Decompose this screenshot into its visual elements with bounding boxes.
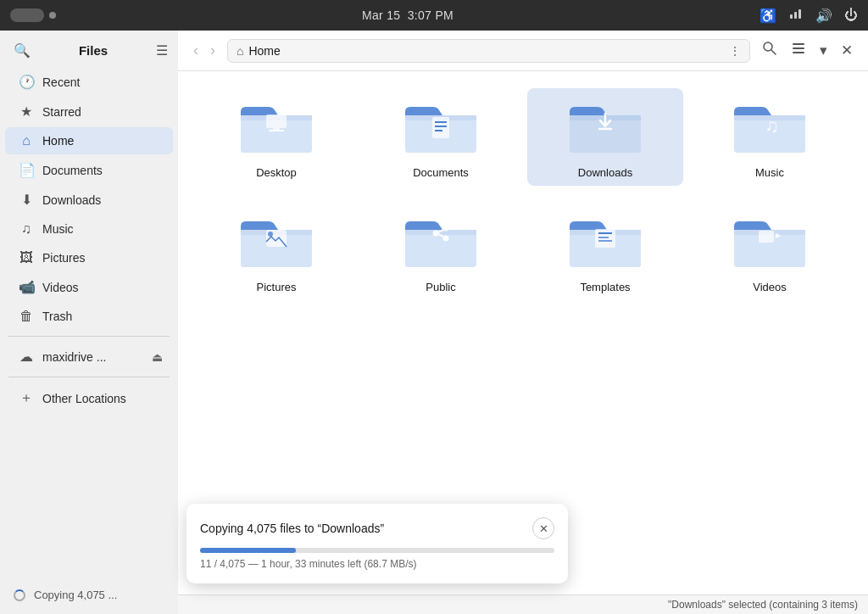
volume-icon[interactable]: 🔊 (815, 8, 832, 24)
home-icon: ⌂ (19, 133, 34, 148)
location-text: Home (248, 44, 724, 58)
folder-item-downloads[interactable]: Downloads (527, 88, 683, 186)
svg-rect-1 (794, 12, 797, 19)
copy-progress-bar (200, 548, 296, 553)
location-menu-icon[interactable]: ⋮ (729, 44, 741, 58)
documents-icon: 📄 (19, 162, 34, 178)
sidebar-item-label-music: Music (42, 222, 74, 236)
topbar-left (10, 8, 56, 22)
topbar: Mar 15 3:07 PM ♿ 🔊 ⏻ (0, 0, 868, 31)
svg-point-20 (443, 226, 449, 232)
folder-item-documents[interactable]: Documents (363, 88, 519, 186)
sidebar-item-maxidrive[interactable]: ☁ maxidrive ... ⏏ (5, 343, 173, 371)
svg-rect-8 (266, 114, 287, 128)
sidebar-item-label-pictures: Pictures (42, 251, 86, 265)
toolbar-nav: ‹ › (188, 38, 220, 63)
svg-line-4 (771, 50, 776, 54)
accessibility-icon[interactable]: ♿ (760, 8, 776, 24)
sidebar-divider (8, 336, 170, 337)
sidebar-item-documents[interactable]: 📄 Documents (5, 156, 173, 184)
search-location-button[interactable] (757, 37, 782, 64)
sidebar-divider-2 (8, 377, 170, 377)
location-home-icon: ⌂ (236, 44, 243, 58)
sidebar-item-videos[interactable]: 📹 Videos (5, 273, 173, 301)
network-icon[interactable] (788, 6, 804, 25)
folder-label-downloads: Downloads (578, 166, 632, 179)
sidebar-item-other-locations[interactable]: ＋ Other Locations (5, 383, 173, 413)
folder-icon-music: ♫ (729, 95, 810, 159)
folder-item-desktop[interactable]: Desktop (198, 88, 354, 186)
sidebar-item-downloads[interactable]: ⬇ Downloads (5, 186, 173, 214)
eject-icon[interactable]: ⏏ (152, 350, 163, 364)
sidebar-copying-label: Copying 4,075 ... (34, 589, 117, 601)
sidebar: 🔍 Files ☰ 🕐 Recent ★ Starred ⌂ Home 📄 Do… (0, 31, 178, 614)
folder-icon-downloads (565, 95, 646, 159)
folder-item-templates[interactable]: Templates (527, 203, 683, 300)
svg-rect-11 (432, 117, 449, 138)
sidebar-item-label-trash: Trash (42, 310, 72, 323)
search-icon[interactable]: 🔍 (14, 42, 31, 59)
downloads-icon: ⬇ (19, 192, 34, 208)
trash-icon: 🗑 (19, 309, 34, 324)
sidebar-item-recent[interactable]: 🕐 Recent (5, 68, 173, 96)
svg-rect-7 (793, 52, 804, 53)
svg-rect-28 (759, 231, 774, 243)
folder-label-desktop: Desktop (256, 166, 297, 179)
sidebar-item-trash[interactable]: 🗑 Trash (5, 303, 173, 330)
folder-item-videos[interactable]: Videos (692, 203, 848, 300)
svg-point-19 (433, 231, 439, 237)
statusbar: "Downloads" selected (containing 3 items… (178, 594, 868, 614)
folder-label-public: Public (426, 281, 455, 293)
sidebar-menu-icon[interactable]: ☰ (156, 42, 168, 59)
sidebar-item-label-documents: Documents (42, 164, 103, 177)
sidebar-item-music[interactable]: ♫ Music (5, 215, 173, 243)
sidebar-header: 🔍 Files ☰ (0, 37, 178, 67)
copy-notification-status: 11 / 4,075 — 1 hour, 33 minutes left (68… (200, 558, 554, 570)
folder-item-music[interactable]: ♫ Music (692, 88, 848, 186)
svg-point-21 (443, 236, 449, 242)
location-bar[interactable]: ⌂ Home ⋮ (227, 39, 750, 63)
view-toggle-button[interactable] (786, 37, 811, 64)
svg-point-18 (268, 232, 273, 237)
toolbar: ‹ › ⌂ Home ⋮ (178, 31, 868, 71)
folder-icon-public (400, 209, 481, 274)
copy-notification: Copying 4,075 files to “Downloads” ✕ 11 … (186, 504, 568, 583)
back-button[interactable]: ‹ (188, 38, 203, 63)
music-icon: ♫ (19, 221, 34, 237)
topbar-right: ♿ 🔊 ⏻ (760, 6, 858, 25)
sidebar-item-pictures[interactable]: 🖼 Pictures (5, 244, 173, 271)
copy-notification-close-button[interactable]: ✕ (532, 517, 554, 539)
sidebar-item-label-downloads: Downloads (42, 193, 101, 207)
folder-icon-videos (729, 209, 810, 274)
sidebar-item-home[interactable]: ⌂ Home (5, 127, 173, 154)
starred-icon: ★ (19, 103, 34, 120)
svg-text:♫: ♫ (765, 115, 779, 137)
pictures-icon: 🖼 (19, 250, 34, 265)
sidebar-item-label-home: Home (42, 134, 74, 148)
copy-notification-title: Copying 4,075 files to “Downloads” (200, 522, 384, 535)
sidebar-title: Files (79, 43, 108, 58)
folder-label-templates: Templates (580, 281, 630, 293)
folder-icon-pictures (236, 209, 317, 274)
sidebar-item-label-maxidrive: maxidrive ... (42, 350, 106, 364)
close-button[interactable]: ✕ (836, 38, 858, 63)
sidebar-item-starred[interactable]: ★ Starred (5, 98, 173, 126)
recent-icon: 🕐 (19, 74, 34, 90)
folder-item-pictures[interactable]: Pictures (198, 203, 354, 300)
power-icon[interactable]: ⏻ (844, 8, 858, 23)
svg-rect-5 (793, 43, 804, 45)
folder-label-music: Music (755, 166, 784, 179)
sidebar-item-label-videos: Videos (42, 281, 79, 294)
forward-button[interactable]: › (205, 38, 220, 63)
folder-label-videos: Videos (753, 281, 787, 293)
copy-notification-header: Copying 4,075 files to “Downloads” ✕ (200, 517, 554, 539)
svg-rect-6 (793, 47, 804, 49)
copying-spinner (14, 589, 25, 601)
sort-button[interactable]: ▾ (815, 38, 832, 63)
topbar-dot (49, 12, 56, 19)
sidebar-item-label-recent: Recent (42, 75, 80, 89)
folder-label-pictures: Pictures (257, 281, 297, 293)
folder-icon-templates (565, 209, 646, 274)
svg-rect-24 (595, 229, 615, 248)
folder-item-public[interactable]: Public (363, 203, 519, 300)
